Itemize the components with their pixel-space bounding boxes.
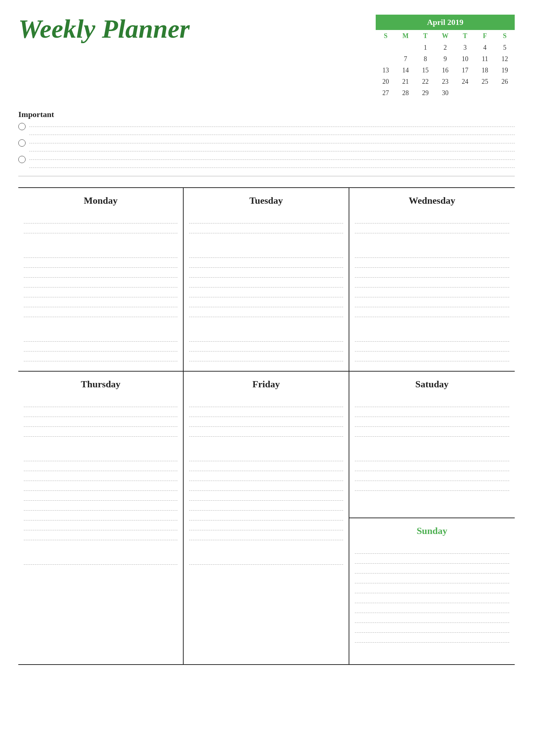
sun-line7 <box>355 603 509 613</box>
thu-line4 <box>24 427 177 437</box>
cal-cell-17: 17 <box>455 65 475 76</box>
satuday-label: Satuday <box>355 379 509 390</box>
wed-line12 <box>355 351 509 361</box>
cal-cell-10: 10 <box>455 53 475 65</box>
cal-cell-18: 18 <box>475 65 495 76</box>
cal-cell-30: 30 <box>435 87 455 99</box>
important-subline-2 <box>18 150 515 153</box>
cal-cell-15: 15 <box>416 65 435 76</box>
cal-day-w: W <box>435 30 455 42</box>
cal-cell-25: 25 <box>475 76 495 87</box>
sunday-lines <box>355 544 509 643</box>
wed-line8 <box>355 297 509 307</box>
sun-line10 <box>355 633 509 643</box>
cal-cell-e2 <box>475 87 495 99</box>
cal-cell-1: 1 <box>416 42 435 53</box>
cal-cell-e1 <box>455 87 475 99</box>
mon-line3 <box>24 248 177 258</box>
wed-gap1 <box>355 233 509 248</box>
cal-cell-4: 4 <box>475 42 495 53</box>
thu-line6 <box>24 461 177 471</box>
wed-line3 <box>355 248 509 258</box>
thu-line14 <box>24 555 177 565</box>
thu-line8 <box>24 481 177 491</box>
important-item-1 <box>18 123 515 130</box>
fri-gap1 <box>189 437 343 451</box>
sun-line1 <box>355 544 509 554</box>
cal-cell-28: 28 <box>395 87 415 99</box>
friday-lines <box>189 397 343 565</box>
cal-day-s1: S <box>376 30 395 42</box>
cal-cell-empty1 <box>376 42 395 53</box>
wednesday-label: Wednesday <box>355 195 509 206</box>
calendar-header: April 2019 <box>376 15 515 30</box>
tue-gap2 <box>189 317 343 332</box>
important-dottedline-3 <box>29 168 515 168</box>
important-line-3 <box>29 159 515 160</box>
fri-line5 <box>189 451 343 461</box>
calendar: April 2019 S M T W T F S 1 2 3 4 5 6 7 8… <box>376 15 515 102</box>
sat-line8 <box>355 481 509 491</box>
circle-icon-1 <box>18 123 26 130</box>
sun-line8 <box>355 613 509 623</box>
tue-line8 <box>189 297 343 307</box>
wed-line2 <box>355 223 509 233</box>
cal-cell-21: 21 <box>395 76 415 87</box>
satuday-block: Satuday <box>349 372 515 518</box>
mon-gap2 <box>24 317 177 332</box>
fri-line9 <box>189 491 343 501</box>
thursday-label: Thursday <box>24 379 177 390</box>
important-subline-1 <box>18 133 515 136</box>
cal-cell-2: 2 <box>435 42 455 53</box>
cal-cell-22: 22 <box>416 76 435 87</box>
cal-cell-13: 13 <box>376 65 395 76</box>
monday-block: Monday <box>18 188 184 371</box>
wed-line9 <box>355 307 509 317</box>
sat-line6 <box>355 461 509 471</box>
page-title: Weekly Planner <box>18 15 190 44</box>
thu-line12 <box>24 520 177 530</box>
circle-icon-2 <box>18 139 26 147</box>
tuesday-label: Tuesday <box>189 195 343 206</box>
important-line-2 <box>29 143 515 143</box>
important-item-2 <box>18 139 515 147</box>
cal-cell-19: 19 <box>495 65 515 76</box>
tue-line12 <box>189 351 343 361</box>
tue-line7 <box>189 287 343 297</box>
tue-line6 <box>189 278 343 287</box>
mon-line9 <box>24 307 177 317</box>
satuday-lines <box>355 397 509 491</box>
monday-lines <box>24 214 177 361</box>
wed-line10 <box>355 332 509 342</box>
friday-block: Friday <box>184 372 349 664</box>
sun-line3 <box>355 564 509 573</box>
cal-cell-e3 <box>495 87 515 99</box>
fri-line11 <box>189 511 343 520</box>
thu-line3 <box>24 417 177 427</box>
wednesday-block: Wednesday <box>349 188 515 371</box>
thu-line10 <box>24 501 177 511</box>
cal-cell-e4 <box>376 99 395 102</box>
fri-gap2 <box>189 540 343 555</box>
cal-cell-26: 26 <box>495 76 515 87</box>
important-dottedline-2 <box>29 151 515 151</box>
thu-line1 <box>24 397 177 407</box>
cal-day-t2: T <box>455 30 475 42</box>
fri-line12 <box>189 520 343 530</box>
thursday-lines <box>24 397 177 565</box>
cal-cell-14: 14 <box>395 65 415 76</box>
satuday-sunday-column: Satuday Sunday <box>349 372 515 664</box>
important-line-1 <box>29 127 515 127</box>
mon-gap1 <box>24 233 177 248</box>
tue-gap1 <box>189 233 343 248</box>
mon-line11 <box>24 342 177 351</box>
tue-line9 <box>189 307 343 317</box>
sat-line4 <box>355 427 509 437</box>
sun-line2 <box>355 554 509 564</box>
sat-line3 <box>355 417 509 427</box>
wed-line1 <box>355 214 509 223</box>
mon-line12 <box>24 351 177 361</box>
sunday-block: Sunday <box>349 518 515 664</box>
sat-gap1 <box>355 437 509 451</box>
cal-day-t1: T <box>416 30 435 42</box>
